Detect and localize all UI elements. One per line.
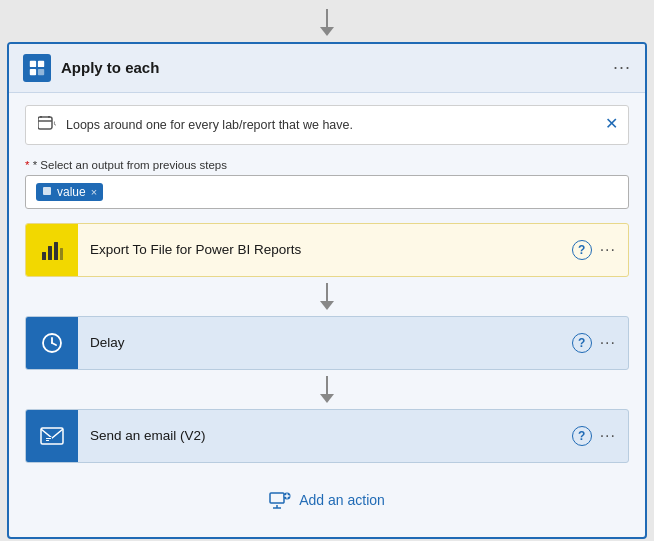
header-icon (23, 54, 51, 82)
action-icon-email (26, 410, 78, 462)
action-controls-delay: ? ··· (572, 333, 628, 353)
svg-rect-0 (30, 60, 36, 66)
more-button-delay[interactable]: ··· (600, 334, 616, 352)
top-connector-arrow (320, 9, 334, 36)
info-icon: ↺ (38, 116, 56, 134)
powerbi-icon (37, 235, 67, 265)
svg-rect-3 (38, 68, 44, 74)
more-button-export-powerbi[interactable]: ··· (600, 241, 616, 259)
action-label-send-email: Send an email (V2) (78, 428, 572, 443)
header-more-button[interactable]: ··· (613, 57, 631, 78)
svg-rect-21 (270, 493, 284, 503)
svg-rect-11 (48, 246, 52, 260)
more-button-send-email[interactable]: ··· (600, 427, 616, 445)
value-tag: value × (36, 183, 103, 201)
svg-rect-9 (43, 187, 51, 195)
svg-rect-20 (46, 440, 49, 441)
svg-rect-19 (46, 438, 51, 439)
field-label: * * Select an output from previous steps (25, 159, 629, 171)
header-title: Apply to each (61, 59, 603, 76)
svg-rect-10 (42, 252, 46, 260)
action-icon-powerbi (26, 224, 78, 276)
value-tag-label: value (57, 185, 86, 199)
select-output-field[interactable]: value × (25, 175, 629, 209)
svg-rect-18 (45, 437, 52, 442)
action-label-delay: Delay (78, 335, 572, 350)
add-action-label: Add an action (299, 492, 385, 508)
info-close-button[interactable]: ✕ (605, 114, 618, 133)
connector-arrow-1 (25, 283, 629, 310)
body: ↺ Loops around one for every lab/report … (9, 93, 645, 537)
action-icon-delay (26, 317, 78, 369)
action-controls-send-email: ? ··· (572, 426, 628, 446)
apply-to-each-container: Apply to each ··· ↺ Loops around one for… (7, 42, 647, 539)
help-button-send-email[interactable]: ? (572, 426, 592, 446)
action-controls-export-powerbi: ? ··· (572, 240, 628, 260)
svg-rect-1 (38, 60, 44, 66)
svg-line-16 (52, 343, 56, 345)
action-row-export-powerbi: Export To File for Power BI Reports ? ··… (25, 223, 629, 277)
info-text: Loops around one for every lab/report th… (66, 118, 616, 132)
value-tag-icon (42, 186, 52, 198)
svg-text:↺: ↺ (53, 119, 56, 128)
delay-icon (37, 328, 67, 358)
svg-rect-2 (30, 68, 36, 74)
header: Apply to each ··· (9, 44, 645, 93)
action-row-delay: Delay ? ··· (25, 316, 629, 370)
svg-rect-13 (60, 248, 63, 260)
connector-arrow-2 (25, 376, 629, 403)
svg-rect-17 (41, 428, 63, 444)
email-icon (37, 421, 67, 451)
action-label-export-powerbi: Export To File for Power BI Reports (78, 242, 572, 257)
help-button-export-powerbi[interactable]: ? (572, 240, 592, 260)
value-tag-remove-button[interactable]: × (91, 186, 97, 198)
svg-rect-12 (54, 242, 58, 260)
add-action-icon (269, 491, 291, 509)
svg-rect-4 (38, 117, 52, 129)
help-button-delay[interactable]: ? (572, 333, 592, 353)
add-action-button[interactable]: Add an action (253, 483, 401, 517)
add-action-section: Add an action (25, 483, 629, 517)
info-banner: ↺ Loops around one for every lab/report … (25, 105, 629, 145)
action-row-send-email: Send an email (V2) ? ··· (25, 409, 629, 463)
